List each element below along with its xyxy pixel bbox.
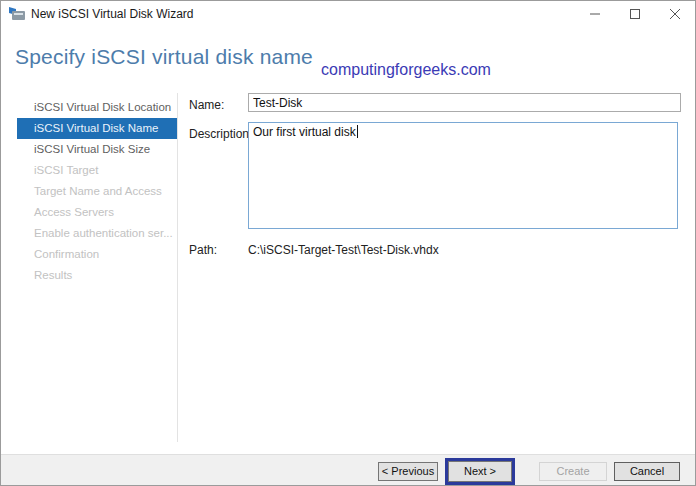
next-button-focus-ring: Next > <box>445 458 515 485</box>
minimize-icon[interactable] <box>575 1 615 27</box>
text-caret-icon <box>357 125 358 138</box>
next-button[interactable]: Next > <box>448 461 512 482</box>
previous-button[interactable]: < Previous <box>378 462 438 481</box>
sidebar-item-access-servers: Access Servers <box>17 202 177 223</box>
sidebar-item-confirmation: Confirmation <box>17 244 177 265</box>
window-title: New iSCSI Virtual Disk Wizard <box>31 7 193 21</box>
name-input[interactable] <box>248 93 681 112</box>
sidebar-item-disk-size[interactable]: iSCSI Virtual Disk Size <box>17 139 177 160</box>
iscsi-wizard-icon <box>9 7 25 21</box>
description-text: Our first virtual disk <box>253 125 356 139</box>
sidebar-item-target-name-access: Target Name and Access <box>17 181 177 202</box>
sidebar-item-disk-name[interactable]: iSCSI Virtual Disk Name <box>17 118 177 139</box>
name-label: Name: <box>189 98 224 112</box>
page-title: Specify iSCSI virtual disk name <box>15 45 313 69</box>
sidebar-item-enable-authentication: Enable authentication ser... <box>17 223 177 244</box>
description-label: Description: <box>189 127 252 141</box>
path-label: Path: <box>189 243 217 257</box>
wizard-window: New iSCSI Virtual Disk Wizard Specify iS… <box>0 0 696 486</box>
path-value: C:\iSCSI-Target-Test\Test-Disk.vhdx <box>248 243 439 257</box>
sidebar-divider <box>177 93 178 442</box>
cancel-button[interactable]: Cancel <box>614 462 680 481</box>
watermark-text: computingforgeeks.com <box>321 61 491 79</box>
wizard-steps-sidebar: iSCSI Virtual Disk Location iSCSI Virtua… <box>17 97 177 286</box>
sidebar-item-disk-location[interactable]: iSCSI Virtual Disk Location <box>17 97 177 118</box>
sidebar-item-results: Results <box>17 265 177 286</box>
close-icon[interactable] <box>655 1 695 27</box>
create-button: Create <box>539 462 607 481</box>
titlebar: New iSCSI Virtual Disk Wizard <box>1 1 695 27</box>
maximize-icon[interactable] <box>615 1 655 27</box>
description-textarea[interactable]: Our first virtual disk <box>248 122 678 229</box>
sidebar-item-iscsi-target: iSCSI Target <box>17 160 177 181</box>
window-controls <box>575 1 695 27</box>
